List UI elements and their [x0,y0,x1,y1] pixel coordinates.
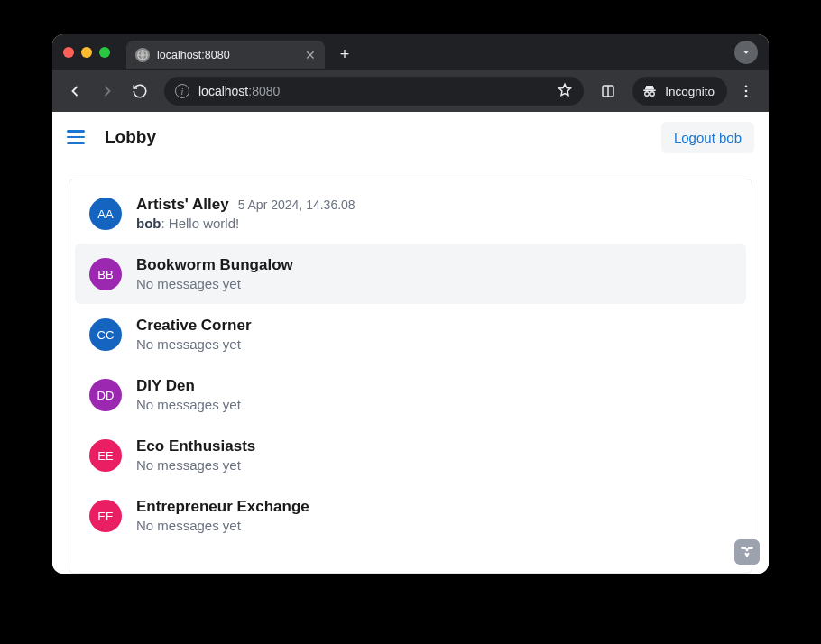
tab-search-button[interactable] [734,41,758,64]
room-name: Creative Corner [136,317,252,335]
room-name: Eco Enthusiasts [136,437,255,455]
avatar: DD [89,379,122,411]
avatar: CC [89,318,122,351]
item-body: Artists' Alley5 Apr 2024, 14.36.08bob: H… [136,196,732,231]
room-last-message: No messages yet [136,336,732,352]
page-content: Lobby Logout bob AAArtists' Alley5 Apr 2… [52,112,769,574]
svg-point-7 [745,95,748,97]
menu-icon[interactable] [67,126,88,148]
traffic-lights [63,47,110,58]
room-name: Artists' Alley [136,196,229,214]
vaadin-badge-icon[interactable] [734,539,760,565]
item-body: DIY DenNo messages yet [136,377,732,412]
new-tab-button[interactable]: + [334,43,355,65]
room-name: Entrepreneur Exchange [136,498,309,516]
tab-title: localhost:8080 [157,49,230,61]
page-title: Lobby [105,127,156,147]
incognito-label: Incognito [665,85,715,98]
window-maximize-button[interactable] [99,47,110,58]
room-last-message: No messages yet [136,397,732,412]
url-text: localhost:8080 [198,84,280,98]
svg-point-6 [745,90,748,93]
logout-button[interactable]: Logout bob [661,122,754,153]
avatar: EE [89,500,122,532]
room-list[interactable]: AAArtists' Alley5 Apr 2024, 14.36.08bob:… [69,179,752,574]
svg-point-3 [645,92,650,97]
room-last-message: No messages yet [136,276,732,291]
incognito-icon [641,83,658,99]
list-item[interactable]: EEEntrepreneur ExchangeNo messages yet [75,485,746,546]
browser-toolbar: i localhost:8080 Incognito [52,70,769,112]
browser-tab[interactable]: localhost:8080 ✕ [126,41,325,69]
list-item[interactable]: EEEco EnthusiastsNo messages yet [75,425,746,485]
forward-button[interactable] [94,78,121,105]
browser-window: localhost:8080 ✕ + i localhost:8080 [52,34,769,574]
list-item[interactable]: DDDIY DenNo messages yet [75,364,746,425]
globe-icon [135,48,150,62]
bookmark-star-icon[interactable] [557,82,573,101]
close-tab-icon[interactable]: ✕ [305,48,316,62]
incognito-indicator[interactable]: Incognito [632,77,727,106]
item-body: Entrepreneur ExchangeNo messages yet [136,498,732,533]
window-minimize-button[interactable] [81,47,92,58]
item-body: Creative CornerNo messages yet [136,317,732,352]
reload-button[interactable] [126,78,153,105]
content-wrap: AAArtists' Alley5 Apr 2024, 14.36.08bob:… [52,162,769,574]
window-close-button[interactable] [63,47,74,58]
item-body: Bookworm BungalowNo messages yet [136,256,732,291]
avatar: BB [89,258,122,290]
site-info-icon[interactable]: i [175,84,189,98]
browser-menu-button[interactable] [733,78,760,105]
app-header: Lobby Logout bob [52,112,769,162]
reader-mode-icon[interactable] [595,78,622,105]
item-body: Eco EnthusiastsNo messages yet [136,437,732,473]
back-button[interactable] [61,78,88,105]
room-last-message: No messages yet [136,457,732,473]
room-name: DIY Den [136,377,195,395]
browser-titlebar: localhost:8080 ✕ + [52,34,769,70]
svg-point-4 [650,92,655,97]
list-item[interactable]: CCCreative CornerNo messages yet [75,304,746,364]
svg-point-5 [745,85,748,87]
list-item[interactable]: AAArtists' Alley5 Apr 2024, 14.36.08bob:… [75,183,746,244]
room-last-message: No messages yet [136,518,732,533]
room-last-message: bob: Hello world! [136,216,732,231]
room-timestamp: 5 Apr 2024, 14.36.08 [238,198,355,212]
avatar: EE [89,439,122,472]
room-name: Bookworm Bungalow [136,256,293,274]
avatar: AA [89,198,122,230]
address-bar[interactable]: i localhost:8080 [164,77,584,106]
list-item[interactable]: BBBookworm BungalowNo messages yet [75,244,746,304]
